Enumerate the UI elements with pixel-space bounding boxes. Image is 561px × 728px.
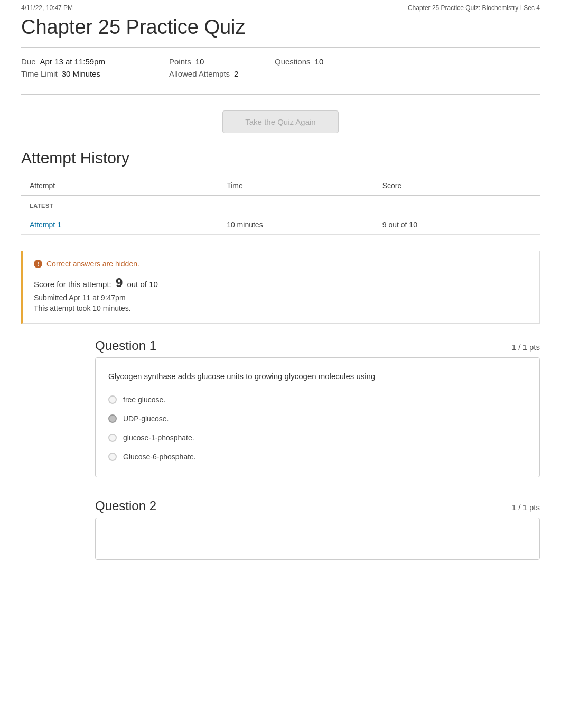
- answer-option-1-label: free glucose.: [123, 395, 165, 404]
- allowed-attempts-value: 2: [234, 69, 238, 78]
- time-limit-value: 30 Minutes: [62, 69, 100, 78]
- answer-option-3[interactable]: glucose-1-phosphate.: [108, 434, 527, 442]
- correct-answers-text: Correct answers are hidden.: [46, 260, 139, 268]
- radio-3[interactable]: [108, 434, 117, 442]
- take-quiz-button[interactable]: Take the Quiz Again: [222, 110, 339, 133]
- due-value: Apr 13 at 11:59pm: [40, 57, 105, 66]
- attempt-1-time: 10 minutes: [227, 220, 263, 229]
- answer-option-2-label: UDP-glucose.: [123, 414, 169, 423]
- score-prefix: Score for this attempt:: [34, 280, 111, 289]
- attempt-result-box: ! Correct answers are hidden. Score for …: [21, 251, 540, 324]
- question-2-box: [95, 518, 540, 560]
- due-label: Due: [21, 57, 36, 66]
- attempt-1-score: 9 out of 10: [382, 220, 417, 229]
- points-label: Points: [169, 57, 191, 66]
- table-row-attempt: Attempt 1 10 minutes 9 out of 10: [21, 215, 540, 235]
- question-1-box: Glycogen synthase adds glucose units to …: [95, 357, 540, 477]
- attempt-history-title: Attempt History: [21, 149, 540, 167]
- title-divider: [21, 47, 540, 48]
- question-1-pts: 1 / 1 pts: [512, 343, 540, 352]
- table-header-attempt: Attempt: [21, 176, 218, 196]
- table-header-time: Time: [218, 176, 374, 196]
- questions-value: 10: [315, 57, 324, 66]
- question-2-title: Question 2: [95, 499, 156, 513]
- question-2-section: Question 2 1 / 1 pts: [95, 499, 540, 560]
- answer-option-4-label: Glucose-6-phosphate.: [123, 453, 196, 461]
- question-1-text: Glycogen synthase adds glucose units to …: [108, 371, 527, 383]
- correct-answers-hidden-notice: ! Correct answers are hidden.: [34, 260, 529, 268]
- points-value: 10: [195, 57, 204, 66]
- allowed-attempts-label: Allowed Attempts: [169, 69, 230, 78]
- table-header-score: Score: [374, 176, 540, 196]
- radio-4[interactable]: [108, 453, 117, 461]
- submitted-line: Submitted Apr 11 at 9:47pm: [34, 293, 529, 302]
- score-suffix: out of 10: [127, 280, 157, 289]
- answer-option-4[interactable]: Glucose-6-phosphate.: [108, 453, 527, 461]
- timestamp: 4/11/22, 10:47 PM: [21, 4, 73, 12]
- quiz-meta: Due Apr 13 at 11:59pm Points 10 Question…: [21, 57, 540, 78]
- attempt-1-link[interactable]: Attempt 1: [30, 220, 61, 229]
- answer-option-2[interactable]: UDP-glucose.: [108, 414, 527, 423]
- answer-option-1[interactable]: free glucose.: [108, 395, 527, 404]
- warning-icon: !: [34, 260, 42, 268]
- question-1-title: Question 1: [95, 338, 156, 353]
- radio-2[interactable]: [108, 414, 117, 423]
- answer-option-3-label: glucose-1-phosphate.: [123, 434, 194, 442]
- meta-divider: [21, 94, 540, 95]
- latest-badge: LATEST: [30, 202, 53, 209]
- questions-label: Questions: [275, 57, 311, 66]
- time-limit-label: Time Limit: [21, 69, 58, 78]
- question-1-options: free glucose. UDP-glucose. glucose-1-pho…: [108, 395, 527, 461]
- attempt-history-table: Attempt Time Score LATEST Attempt 1 10 m…: [21, 176, 540, 235]
- took-line: This attempt took 10 minutes.: [34, 304, 529, 312]
- course-title: Chapter 25 Practice Quiz: Biochemistry I…: [408, 4, 540, 12]
- score-number: 9: [116, 275, 123, 290]
- page-title: Chapter 25 Practice Quiz: [21, 16, 540, 39]
- question-2-pts: 1 / 1 pts: [512, 503, 540, 512]
- radio-1[interactable]: [108, 395, 117, 404]
- score-line: Score for this attempt: 9 out of 10: [34, 275, 529, 290]
- question-1-section: Question 1 1 / 1 pts Glycogen synthase a…: [95, 338, 540, 477]
- table-row: LATEST: [21, 196, 540, 215]
